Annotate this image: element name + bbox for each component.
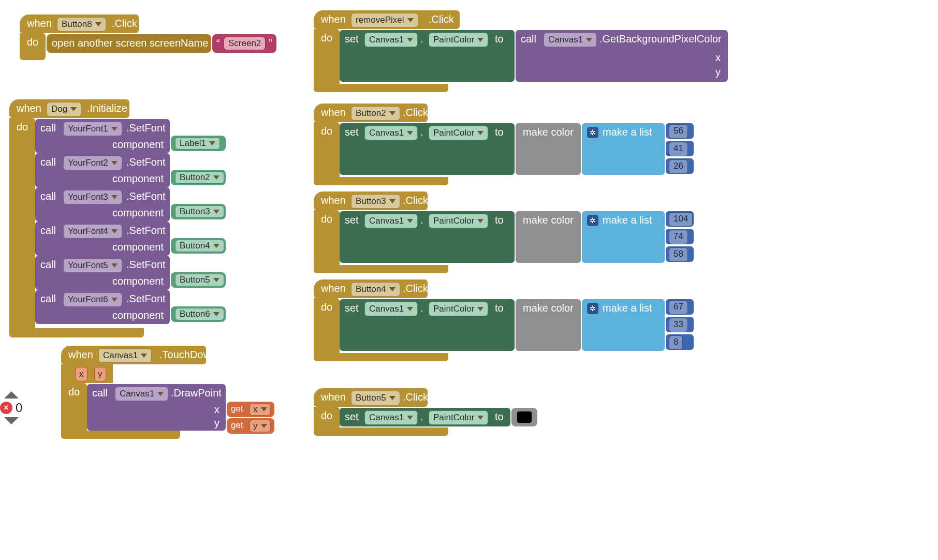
num-g-btn3[interactable]: 74 bbox=[666, 229, 694, 244]
chevron-down-icon bbox=[477, 307, 483, 311]
set-paintcolor-rp[interactable]: set Canvas1 . PaintColor to bbox=[340, 30, 515, 82]
call-getbgpixelcolor[interactable]: call Canvas1 .GetBackgroundPixelColor x … bbox=[516, 30, 728, 82]
dropdown-paintcolor-btn4[interactable]: PaintColor bbox=[429, 302, 488, 316]
dropdown-paintcolor-btn2[interactable]: PaintColor bbox=[429, 126, 488, 140]
dropdown-canvas1-td[interactable]: Canvas1 bbox=[98, 348, 152, 363]
zoom-in-icon[interactable] bbox=[4, 391, 19, 399]
open-another-screen[interactable]: open another screen screenName bbox=[47, 34, 211, 53]
make-a-list-btn3[interactable]: ✲ make a list bbox=[582, 211, 665, 263]
dropdown-button5[interactable]: Button5 bbox=[351, 391, 400, 405]
dropdown-paintcolor-btn3[interactable]: PaintColor bbox=[429, 214, 488, 228]
do-gutter-dog: do bbox=[9, 118, 35, 330]
chevron-down-icon bbox=[95, 22, 101, 26]
dropdown-yourfont-1[interactable]: YourFont2 bbox=[63, 156, 122, 170]
make-color-btn3[interactable]: make color bbox=[516, 211, 581, 263]
num-g-btn4[interactable]: 33 bbox=[666, 317, 694, 332]
get-y-var[interactable]: y bbox=[250, 420, 271, 432]
component-slot-3[interactable]: Button4 bbox=[171, 238, 226, 254]
event-dog-initialize[interactable]: when Dog .Initialize bbox=[9, 99, 129, 118]
call-drawpoint[interactable]: call Canvas1 .DrawPoint x y bbox=[87, 384, 226, 431]
color-swatch-block[interactable] bbox=[511, 408, 537, 426]
chevron-down-icon bbox=[477, 38, 483, 42]
dropdown-canvas1-dp[interactable]: Canvas1 bbox=[115, 387, 168, 401]
get-x[interactable]: get x bbox=[227, 402, 274, 417]
event-foot-td bbox=[61, 431, 180, 439]
num-r-btn2[interactable]: 56 bbox=[666, 123, 694, 139]
dropdown-paintcolor-b5[interactable]: PaintColor bbox=[429, 410, 488, 425]
event-btn3[interactable]: when Button3 .Click bbox=[314, 191, 428, 210]
call-setfont-5[interactable]: call YourFont6 .SetFont component bbox=[35, 290, 170, 324]
setfont-suffix: .SetFont bbox=[126, 259, 166, 271]
component-chip-1[interactable]: Button2 bbox=[175, 171, 224, 184]
num-b-btn2[interactable]: 26 bbox=[666, 158, 694, 174]
dropdown-yourfont-0[interactable]: YourFont1 bbox=[63, 122, 122, 136]
component-chip-5[interactable]: Button6 bbox=[175, 308, 224, 320]
event-button5[interactable]: when Button5 .Click bbox=[314, 388, 428, 407]
set-paintcolor-btn4[interactable]: set Canvas1 . PaintColor to bbox=[340, 299, 515, 351]
call-setfont-2[interactable]: call YourFont3 .SetFont component bbox=[35, 187, 170, 222]
call-setfont-3[interactable]: call YourFont4 .SetFont component bbox=[35, 222, 170, 256]
dot: . bbox=[420, 33, 423, 45]
set-paintcolor-btn2[interactable]: set Canvas1 . PaintColor to bbox=[340, 123, 515, 175]
dropdown-yourfont-2[interactable]: YourFont3 bbox=[63, 190, 122, 204]
dropdown-yourfont-4[interactable]: YourFont5 bbox=[63, 258, 122, 273]
do-gutter-b5: do bbox=[314, 407, 340, 430]
num-g-btn2[interactable]: 41 bbox=[666, 141, 694, 156]
make-a-list-btn2[interactable]: ✲ make a list bbox=[582, 123, 665, 175]
component-slot-2[interactable]: Button3 bbox=[171, 204, 226, 219]
event-button8-click[interactable]: when Button8 .Click bbox=[20, 14, 139, 33]
component-slot-1[interactable]: Button2 bbox=[171, 170, 226, 185]
dropdown-removepixel[interactable]: removePixel bbox=[351, 13, 418, 27]
dropdown-canvas1-btn3[interactable]: Canvas1 bbox=[364, 214, 418, 228]
make-color-btn4[interactable]: make color bbox=[516, 299, 581, 351]
dropdown-button8[interactable]: Button8 bbox=[57, 17, 106, 32]
zoom-control[interactable]: × 0 bbox=[0, 391, 22, 424]
dropdown-canvas1-btn4[interactable]: Canvas1 bbox=[364, 302, 418, 316]
num-b-btn4[interactable]: 8 bbox=[666, 334, 694, 350]
dropdown-canvas1-b5[interactable]: Canvas1 bbox=[364, 410, 418, 425]
dropdown-canvas1-bg[interactable]: Canvas1 bbox=[544, 33, 597, 47]
set-paintcolor-btn3[interactable]: set Canvas1 . PaintColor to bbox=[340, 211, 515, 263]
get-label: get bbox=[231, 420, 243, 431]
component-slot-4[interactable]: Button5 bbox=[171, 272, 226, 288]
component-slot-5[interactable]: Button6 bbox=[171, 306, 226, 322]
dropdown-paintcolor-rp[interactable]: PaintColor bbox=[429, 33, 488, 47]
get-y[interactable]: get y bbox=[227, 418, 274, 434]
event-btn4[interactable]: when Button4 .Click bbox=[314, 279, 428, 298]
gear-icon[interactable]: ✲ bbox=[587, 127, 598, 138]
get-x-var[interactable]: x bbox=[250, 403, 271, 416]
text-screen2[interactable]: “ Screen2 ” bbox=[212, 34, 276, 53]
component-chip-0[interactable]: Label1 bbox=[175, 137, 220, 150]
num-r-btn3[interactable]: 104 bbox=[666, 211, 694, 227]
component-chip-3[interactable]: Button4 bbox=[175, 240, 224, 252]
event-removepixel[interactable]: when removePixel .Click bbox=[314, 10, 460, 29]
param-x[interactable]: x bbox=[76, 367, 87, 381]
dropdown-canvas1-btn2[interactable]: Canvas1 bbox=[364, 126, 418, 140]
param-y[interactable]: y bbox=[94, 367, 106, 381]
dropdown-btn3[interactable]: Button3 bbox=[351, 194, 400, 209]
call-setfont-0[interactable]: call YourFont1 .SetFont component bbox=[35, 119, 170, 153]
make-a-list-btn4[interactable]: ✲ make a list bbox=[582, 299, 665, 351]
dropdown-canvas1-rp[interactable]: Canvas1 bbox=[364, 33, 418, 47]
zoom-reset-icon[interactable]: × bbox=[0, 402, 12, 414]
num-r-btn4[interactable]: 67 bbox=[666, 299, 694, 315]
make-color-btn2[interactable]: make color bbox=[516, 123, 581, 175]
component-chip-4[interactable]: Button5 bbox=[175, 274, 224, 286]
dropdown-yourfont-5[interactable]: YourFont6 bbox=[63, 292, 122, 307]
gear-icon[interactable]: ✲ bbox=[587, 303, 598, 314]
component-chip-2[interactable]: Button3 bbox=[175, 205, 224, 218]
dropdown-btn2[interactable]: Button2 bbox=[351, 106, 400, 121]
num-b-btn3[interactable]: 58 bbox=[666, 246, 694, 262]
call-setfont-4[interactable]: call YourFont5 .SetFont component bbox=[35, 256, 170, 290]
set-paintcolor-b5[interactable]: set Canvas1 . PaintColor to bbox=[340, 408, 510, 426]
component-slot-0[interactable]: Label1 bbox=[171, 136, 226, 151]
zoom-out-icon[interactable] bbox=[4, 417, 19, 424]
dropdown-dog[interactable]: Dog bbox=[47, 102, 81, 116]
event-touchdown[interactable]: when Canvas1 .TouchDown bbox=[61, 346, 206, 364]
call-setfont-1[interactable]: call YourFont2 .SetFont component bbox=[35, 153, 170, 187]
dropdown-btn4[interactable]: Button4 bbox=[351, 282, 400, 297]
gear-icon[interactable]: ✲ bbox=[587, 215, 598, 226]
event-btn2[interactable]: when Button2 .Click bbox=[314, 104, 428, 122]
dropdown-yourfont-3[interactable]: YourFont4 bbox=[63, 224, 122, 239]
chevron-down-icon bbox=[111, 229, 118, 233]
